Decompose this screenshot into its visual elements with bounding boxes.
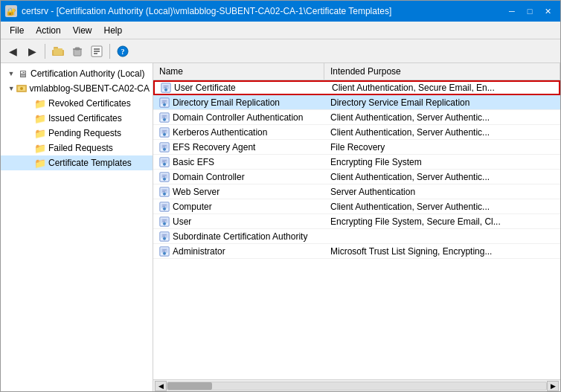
svg-rect-44 <box>162 161 165 162</box>
cell-name-text: User Certificate <box>174 83 236 93</box>
table-row[interactable]: Domain Controller Authentication Client … <box>153 110 560 125</box>
svg-rect-19 <box>164 87 167 88</box>
sidebar-item-issued[interactable]: 📁 Issued Certificates <box>1 111 153 126</box>
toolbar-up-button[interactable] <box>49 42 67 60</box>
toolbar: ◀ ▶ <box>1 39 560 63</box>
table-row[interactable]: User Certificate Client Authentication, … <box>153 80 560 95</box>
svg-rect-39 <box>162 147 165 147</box>
svg-rect-23 <box>162 100 166 101</box>
cell-purpose: Microsoft Trust List Signing, Encrypting… <box>324 245 560 257</box>
table-row[interactable]: Computer Client Authentication, Server A… <box>153 199 560 214</box>
table-row[interactable]: EFS Recovery Agent File Recovery <box>153 140 560 155</box>
cert-icon <box>159 246 170 257</box>
toolbar-help-button[interactable]: ? <box>114 42 132 60</box>
table-row[interactable]: Web Server Server Authentication <box>153 184 560 199</box>
scrollbar-area[interactable]: ◀ ▶ <box>153 379 560 391</box>
title-bar: 🔐 certsrv - [Certification Authority (Lo… <box>1 1 560 22</box>
sidebar-pending-label: Pending Requests <box>48 128 121 138</box>
svg-rect-33 <box>162 130 166 131</box>
cell-name-text: User <box>173 216 191 227</box>
main-content: ▼ 🖥 Certification Authority (Local) ▼ vm… <box>1 63 560 391</box>
table-row[interactable]: Subordinate Certification Authority <box>153 229 560 244</box>
table-row[interactable]: Domain Controller Client Authentication,… <box>153 170 560 184</box>
menu-action[interactable]: Action <box>30 24 66 37</box>
sidebar-item-root[interactable]: ▼ 🖥 Certification Authority (Local) <box>1 66 153 81</box>
toolbar-delete-button[interactable] <box>68 42 86 60</box>
cell-name: Administrator <box>153 245 324 257</box>
column-header-purpose[interactable]: Intended Purpose <box>324 63 560 80</box>
sidebar-item-templates[interactable]: 📁 Certificate Templates <box>1 155 153 170</box>
toolbar-forward-button[interactable]: ▶ <box>23 42 41 60</box>
toolbar-back-button[interactable]: ◀ <box>4 42 22 60</box>
expand-icon-templates <box>25 158 33 167</box>
cell-name: Directory Email Replication <box>153 97 324 109</box>
cell-purpose-text: Client Authentication, Server Authentic.… <box>330 112 490 123</box>
svg-point-52 <box>163 192 166 195</box>
folder-icon-pending: 📁 <box>34 127 46 139</box>
cell-purpose-text: Directory Service Email Replication <box>330 97 469 108</box>
svg-rect-54 <box>162 191 165 192</box>
menu-view[interactable]: View <box>67 24 98 37</box>
cell-purpose: Directory Service Email Replication <box>324 97 560 109</box>
cell-purpose-text: Client Authentication, Server Authentic.… <box>330 172 490 182</box>
cell-purpose: Client Authentication, Secure Email, En.… <box>326 82 559 94</box>
cell-purpose <box>324 236 560 237</box>
cell-name-text: Computer <box>173 202 212 212</box>
cell-name: Basic EFS <box>153 156 324 168</box>
table-row[interactable]: Basic EFS Encrypting File System <box>153 155 560 170</box>
list-header: Name Intended Purpose <box>153 63 560 80</box>
cell-purpose-text: Server Authentication <box>330 187 415 197</box>
svg-rect-43 <box>162 160 166 161</box>
menu-file[interactable]: File <box>4 24 30 37</box>
cell-purpose: File Recovery <box>324 141 560 153</box>
table-row[interactable]: Administrator Microsoft Trust List Signi… <box>153 244 560 259</box>
sidebar-item-pending[interactable]: 📁 Pending Requests <box>1 126 153 141</box>
svg-rect-29 <box>162 117 165 118</box>
svg-rect-69 <box>162 236 165 237</box>
sidebar-item-revoked[interactable]: 📁 Revoked Certificates <box>1 96 153 111</box>
sidebar-item-failed[interactable]: 📁 Failed Requests <box>1 141 153 155</box>
sidebar-templates-label: Certificate Templates <box>48 158 132 168</box>
expand-icon-root: ▼ <box>7 69 16 78</box>
svg-point-47 <box>163 177 166 180</box>
toolbar-separator-1 <box>45 44 45 59</box>
cert-icon <box>159 157 170 167</box>
table-row[interactable]: User Encrypting File System, Secure Emai… <box>153 214 560 229</box>
svg-point-17 <box>164 89 167 91</box>
cell-purpose-text: Microsoft Trust List Signing, Encrypting… <box>330 246 492 257</box>
menu-bar: File Action View Help <box>1 22 560 39</box>
cell-purpose: Client Authentication, Server Authentic.… <box>324 201 560 213</box>
cell-purpose: Client Authentication, Server Authentic.… <box>324 112 560 123</box>
sidebar-failed-label: Failed Requests <box>48 143 113 153</box>
title-bar-controls: ─ □ ✕ <box>504 4 556 19</box>
svg-point-14 <box>20 87 23 90</box>
minimize-button[interactable]: ─ <box>504 4 520 19</box>
sidebar-item-ca[interactable]: ▼ vmlabblog-SUBENT-CA02-CA <box>1 81 153 96</box>
cert-icon <box>161 83 171 93</box>
maximize-button[interactable]: □ <box>522 4 538 19</box>
cell-name-text: Web Server <box>173 187 219 197</box>
svg-rect-63 <box>162 219 166 220</box>
table-row[interactable]: Directory Email Replication Directory Se… <box>153 95 560 110</box>
window-title: certsrv - [Certification Authority (Loca… <box>22 6 391 16</box>
app-icon: 🔐 <box>5 5 17 17</box>
column-header-name[interactable]: Name <box>153 63 324 80</box>
svg-point-72 <box>163 251 166 254</box>
cert-icon <box>159 216 170 227</box>
close-button[interactable]: ✕ <box>539 4 556 19</box>
svg-rect-64 <box>162 221 165 222</box>
cell-name-text: Basic EFS <box>173 157 214 167</box>
scroll-right-button[interactable]: ▶ <box>547 381 559 391</box>
cell-name: Domain Controller Authentication <box>153 112 324 123</box>
cell-purpose-text: Client Authentication, Server Authentic.… <box>330 127 490 138</box>
horizontal-scrollbar[interactable] <box>167 382 547 391</box>
scroll-left-button[interactable]: ◀ <box>155 381 167 391</box>
cell-purpose: Encrypting File System <box>324 156 560 168</box>
cell-purpose-text: Encrypting File System <box>330 157 422 167</box>
toolbar-properties-button[interactable] <box>88 42 106 60</box>
cell-name: User <box>153 216 324 228</box>
menu-help[interactable]: Help <box>98 24 129 37</box>
svg-rect-74 <box>162 251 165 251</box>
svg-point-27 <box>163 118 166 121</box>
table-row[interactable]: Kerberos Authentication Client Authentic… <box>153 125 560 140</box>
